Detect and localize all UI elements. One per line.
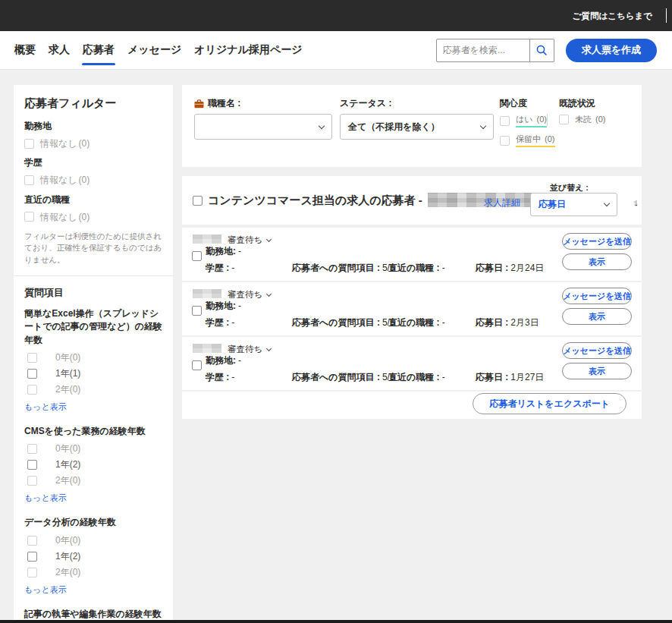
question-option[interactable]: 2年(0) xyxy=(27,383,162,396)
applicant-checkbox[interactable] xyxy=(192,251,202,261)
checkbox[interactable] xyxy=(24,175,34,185)
question-option[interactable]: 1年(2) xyxy=(27,458,162,471)
job-header-card: コンテンツコマース担当の求人の応募者 - 求人詳細 並び替え : 応募日 ↑↓ xyxy=(182,176,642,225)
chevron-down-icon xyxy=(604,200,610,206)
filter-option-education-none[interactable]: 情報なし(0) xyxy=(24,175,162,185)
read-option-unread[interactable]: 未読 (0) xyxy=(559,114,606,125)
chevron-down-icon xyxy=(480,122,486,128)
status-filter-label: ステータス : xyxy=(340,97,391,110)
job-detail-link[interactable]: 求人詳細 xyxy=(484,197,520,209)
question-option[interactable]: 0年(0) xyxy=(27,351,162,364)
applicant-status-select[interactable]: 審査待ち xyxy=(228,234,271,246)
search-button[interactable] xyxy=(530,39,554,62)
main-nav: 概要 求人 応募者 メッセージ オリジナル採用ページ xyxy=(14,31,303,69)
field-apply-date: 応募日 :2月24日 xyxy=(476,262,544,275)
sidebar-divider xyxy=(14,275,173,276)
applicant-status-select[interactable]: 審査待ち xyxy=(228,344,271,355)
list-filter-card: 職種名 : ステータス : 全て（不採用を除く） 関心度 はい (0) 保留中 … xyxy=(182,85,642,167)
field-education: 学歴 :- xyxy=(206,262,234,275)
tab-messages[interactable]: メッセージ xyxy=(127,31,182,69)
sort-select-value: 応募日 xyxy=(539,198,566,211)
redacted-applicant-name xyxy=(193,234,221,244)
question-option[interactable]: 0年(0) xyxy=(27,534,162,547)
interest-filter-label: 関心度 xyxy=(500,97,527,110)
checkbox[interactable] xyxy=(24,139,34,149)
applicant-status-select[interactable]: 審査待ち xyxy=(228,289,271,300)
checkbox[interactable] xyxy=(27,353,37,363)
question-label: CMSを使った業務の経験年数 xyxy=(24,425,162,438)
view-button[interactable]: 表示 xyxy=(562,363,632,379)
status-select[interactable]: 全て（不採用を除く） xyxy=(340,114,494,140)
row-actions: メッセージを送信 表示 xyxy=(562,342,632,379)
tab-overview[interactable]: 概要 xyxy=(14,31,36,69)
field-education: 学歴 :- xyxy=(206,371,234,384)
show-more-link[interactable]: もっと表示 xyxy=(24,401,67,413)
filter-label-location: 勤務地 xyxy=(24,120,162,133)
checkbox[interactable] xyxy=(27,385,37,395)
job-title-select[interactable] xyxy=(194,114,332,140)
export-applicants-button[interactable]: 応募者リストをエクスポート xyxy=(473,393,626,414)
interest-option-hold[interactable]: 保留中 (0) xyxy=(500,134,555,147)
top-bar: ご質問はこちらまで xyxy=(0,0,672,31)
applicant-checkbox[interactable] xyxy=(192,360,202,370)
send-message-button[interactable]: メッセージを送信 xyxy=(562,288,632,304)
field-recent-job: 直近の職種 :- xyxy=(388,316,445,329)
row-actions: メッセージを送信 表示 xyxy=(562,233,632,270)
field-recent-job: 直近の職種 :- xyxy=(388,262,445,275)
checkbox[interactable] xyxy=(500,116,510,126)
applicant-list: 審査待ち 勤務地:- 学歴 :- 応募者への質問項目 :5/5 直近の職種 :-… xyxy=(182,228,642,419)
applicant-checkbox[interactable] xyxy=(192,306,202,316)
field-location: 勤務地:- xyxy=(206,300,241,313)
field-location: 勤務地:- xyxy=(206,245,241,258)
show-more-link[interactable]: もっと表示 xyxy=(24,584,67,596)
filter-label-education: 学歴 xyxy=(24,156,162,169)
checkbox[interactable] xyxy=(27,460,37,470)
tab-career-page[interactable]: オリジナル採用ページ xyxy=(193,31,303,69)
sort-select[interactable]: 応募日 xyxy=(530,193,617,216)
tab-jobs[interactable]: 求人 xyxy=(48,31,71,69)
filter-label-recent-job: 直近の職種 xyxy=(24,194,162,206)
redacted-applicant-name xyxy=(193,344,221,353)
view-button[interactable]: 表示 xyxy=(562,253,632,270)
checkbox[interactable] xyxy=(559,115,569,124)
question-option[interactable]: 2年(0) xyxy=(27,474,162,487)
question-block: CMSを使った業務の経験年数 0年(0) 1年(2) 2年(0) もっと表示 xyxy=(24,425,162,508)
checkbox[interactable] xyxy=(27,369,37,379)
question-option[interactable]: 2年(0) xyxy=(27,566,162,579)
view-button[interactable]: 表示 xyxy=(562,308,632,325)
filter-option-recent-job-none[interactable]: 情報なし(0) xyxy=(24,212,162,222)
checkbox[interactable] xyxy=(27,568,37,577)
checkbox[interactable] xyxy=(27,444,37,454)
field-questions: 応募者への質問項目 :5/5 xyxy=(292,371,395,384)
question-option[interactable]: 0年(0) xyxy=(27,442,162,455)
question-block: 簡単なExcel操作（スプレッドシートでの記事の管理など）の経験年数 0年(0)… xyxy=(24,307,162,417)
main-header: 概要 求人 応募者 メッセージ オリジナル採用ページ 求人票を作成 xyxy=(0,31,672,70)
sidebar-title: 応募者フィルター xyxy=(24,96,162,111)
help-contact-link[interactable]: ご質問はこちらまで xyxy=(573,11,652,22)
send-message-button[interactable]: メッセージを送信 xyxy=(562,233,632,250)
checkbox[interactable] xyxy=(500,136,510,146)
question-option[interactable]: 1年(1) xyxy=(27,367,162,380)
question-block: データ分析の経験年数 0年(0) 1年(2) 2年(0) もっと表示 xyxy=(24,516,162,599)
status-select-value: 全て（不採用を除く） xyxy=(348,121,440,134)
send-message-button[interactable]: メッセージを送信 xyxy=(562,342,632,359)
search-input[interactable] xyxy=(436,39,530,62)
interest-option-yes[interactable]: はい (0) xyxy=(500,114,547,127)
list-footer: 応募者リストをエクスポート xyxy=(182,392,642,419)
job-title-filter-label: 職種名 : xyxy=(194,97,240,110)
question-option[interactable]: 1年(2) xyxy=(27,550,162,563)
sort-direction-icon[interactable]: ↑↓ xyxy=(633,197,636,208)
checkbox[interactable] xyxy=(27,536,37,546)
filter-option-location-none[interactable]: 情報なし(0) xyxy=(24,138,162,149)
read-status-filter-label: 既読状況 xyxy=(559,97,595,110)
checkbox[interactable] xyxy=(24,212,34,222)
filter-disclaimer: フィルターは利便性のために提供されており、正確性を保証するものではありません。 xyxy=(24,231,162,266)
field-apply-date: 応募日 :2月3日 xyxy=(476,316,539,329)
create-job-button[interactable]: 求人票を作成 xyxy=(566,39,657,62)
applicant-row: 審査待ち 勤務地:- 学歴 :- 応募者への質問項目 :5/5 直近の職種 :-… xyxy=(182,282,642,337)
show-more-link[interactable]: もっと表示 xyxy=(24,492,67,504)
select-all-checkbox[interactable] xyxy=(193,196,203,206)
tab-applicants[interactable]: 応募者 xyxy=(82,31,115,69)
checkbox[interactable] xyxy=(27,476,37,486)
checkbox[interactable] xyxy=(27,552,37,562)
